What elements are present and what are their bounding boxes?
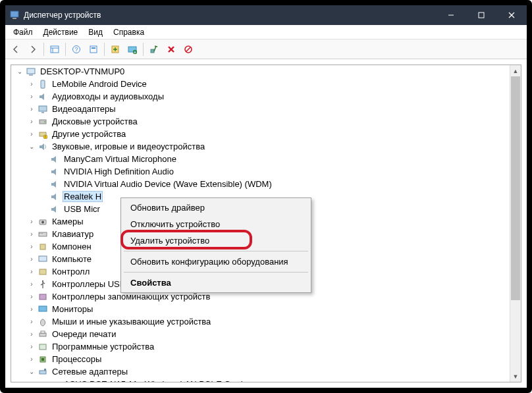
maximize-button[interactable]	[466, 5, 496, 25]
expander-closed-icon[interactable]: ›	[27, 80, 36, 89]
scan-hardware-button[interactable]	[124, 41, 140, 57]
expander-open-icon[interactable]: ⌄	[27, 142, 36, 151]
properties-button[interactable]	[86, 41, 101, 57]
forward-button[interactable]	[25, 41, 41, 57]
svg-rect-16	[151, 49, 154, 53]
menu-view[interactable]: Вид	[83, 26, 108, 38]
audio-io-icon	[38, 92, 48, 102]
menu-file[interactable]: Файл	[8, 26, 38, 38]
svg-rect-0	[11, 11, 18, 17]
ctx-properties[interactable]: Свойства	[121, 275, 311, 291]
scroll-up-button[interactable]: ▲	[510, 65, 521, 76]
tree-category[interactable]: › Мониторы	[11, 303, 521, 315]
ctx-disable-device[interactable]: Отключить устройство	[121, 216, 311, 232]
tree-root[interactable]: ⌄ DESKTOP-VTNMUP0	[11, 65, 521, 78]
tree-category[interactable]: › Аудиовходы и аудиовыходы	[11, 90, 521, 103]
expander-closed-icon[interactable]: ›	[27, 255, 36, 264]
ctx-update-driver[interactable]: Обновить драйвер	[121, 199, 311, 216]
tree-category[interactable]: › Видеоадаптеры	[11, 103, 521, 115]
expander-closed-icon[interactable]: ›	[27, 280, 36, 289]
svg-point-32	[41, 221, 44, 223]
svg-rect-48	[41, 358, 44, 361]
computer-icon	[26, 66, 36, 77]
expander-closed-icon[interactable]: ›	[27, 342, 36, 352]
tree-category[interactable]: › Мыши и иные указывающие устройства	[11, 315, 521, 328]
sound-device-icon	[49, 204, 60, 215]
tree-category[interactable]: › Процессоры	[11, 353, 521, 365]
tree-label: Камеры	[51, 217, 85, 226]
menu-action[interactable]: Действие	[38, 26, 84, 38]
tree-label: Звуковые, игровые и видеоустройства	[51, 142, 206, 151]
tree-label: Контролл	[51, 267, 91, 276]
expander-open-icon[interactable]: ⌄	[27, 367, 36, 377]
enable-device-button[interactable]	[146, 41, 162, 57]
expander-closed-icon[interactable]: ›	[27, 217, 36, 226]
scroll-thumb[interactable]	[511, 76, 520, 300]
svg-rect-35	[41, 233, 41, 234]
toolbar-separator	[43, 43, 44, 56]
sound-device-icon	[49, 154, 60, 165]
expander-closed-icon[interactable]: ›	[27, 92, 36, 101]
tree-category[interactable]: › Дисковые устройства	[11, 115, 521, 128]
tree-label: Процессоры	[51, 354, 103, 364]
tree-label: Дисковые устройства	[51, 117, 139, 126]
disable-device-button[interactable]	[180, 41, 196, 57]
svg-rect-41	[40, 294, 46, 300]
tree-label: Контроллеры USB	[51, 279, 126, 289]
disk-drive-icon	[38, 117, 48, 127]
tree-label: Видеоадаптеры	[51, 104, 117, 114]
software-device-icon	[38, 342, 48, 352]
expander-closed-icon[interactable]: ›	[27, 230, 36, 239]
camera-icon	[38, 217, 48, 227]
tree-label: ManyCam Virtual Microphone	[63, 154, 178, 164]
tree-label: Контроллеры запоминающих устройств	[51, 292, 211, 301]
expander-closed-icon[interactable]: ›	[27, 292, 36, 301]
update-driver-button[interactable]	[107, 41, 123, 57]
tree-label: Другие устройства	[51, 129, 127, 139]
tree-category-network[interactable]: ⌄ Сетевые адаптеры	[11, 365, 521, 378]
back-button[interactable]	[8, 41, 24, 57]
vertical-scrollbar[interactable]: ▲ ▼	[510, 65, 521, 382]
software-component-icon	[38, 242, 48, 252]
show-hide-tree-button[interactable]	[47, 41, 63, 57]
tree-label: USB Micr	[63, 204, 101, 214]
app-icon	[5, 11, 24, 20]
uninstall-device-button[interactable]	[163, 41, 179, 57]
expander-closed-icon[interactable]: ›	[27, 242, 36, 251]
toolbar-separator	[65, 43, 66, 56]
display-adapter-icon	[38, 104, 48, 115]
expander-closed-icon[interactable]: ›	[27, 130, 36, 139]
ide-controller-icon	[38, 267, 48, 277]
expander-closed-icon[interactable]: ›	[27, 267, 36, 276]
help-button[interactable]: ?	[68, 41, 84, 57]
svg-point-40	[42, 280, 43, 282]
expander-closed-icon[interactable]: ›	[27, 117, 36, 126]
close-button[interactable]	[496, 5, 527, 25]
tree-category-sound[interactable]: ⌄ Звуковые, игровые и видеоустройства	[11, 140, 521, 153]
tree-category[interactable]: › ! Другие устройства	[11, 128, 521, 140]
minimize-button[interactable]	[436, 5, 466, 25]
menu-help[interactable]: Справка	[108, 26, 149, 38]
expander-closed-icon[interactable]: ›	[27, 305, 36, 314]
tree-label: Программные устройства	[51, 342, 155, 352]
tree-device[interactable]: ManyCam Virtual Microphone	[11, 153, 521, 165]
tree-category[interactable]: › Очереди печати	[11, 328, 521, 340]
expander-open-icon[interactable]: ⌄	[15, 67, 24, 76]
svg-rect-6	[51, 46, 59, 53]
tree-device[interactable]: NVIDIA Virtual Audio Device (Wave Extens…	[11, 178, 521, 190]
expander-closed-icon[interactable]: ›	[27, 317, 36, 327]
expander-closed-icon[interactable]: ›	[27, 355, 36, 364]
tree-label: LeMobile Android Device	[51, 79, 148, 89]
tree-category[interactable]: › LeMobile Android Device	[11, 78, 521, 90]
storage-controller-icon	[38, 292, 48, 302]
tree-device[interactable]: ASUS PCE-N15 11n Wireless LAN PCI-E Card	[11, 378, 521, 382]
expander-closed-icon[interactable]: ›	[27, 330, 36, 339]
tree-device[interactable]: NVIDIA High Definition Audio	[11, 165, 521, 178]
svg-rect-3	[479, 13, 484, 18]
expander-closed-icon[interactable]: ›	[27, 105, 36, 114]
svg-rect-45	[41, 331, 45, 333]
tree-category[interactable]: › Программные устройства	[11, 340, 521, 353]
ctx-uninstall-device[interactable]: Удалить устройство	[121, 232, 311, 249]
scroll-down-button[interactable]: ▼	[510, 371, 521, 382]
ctx-scan-hardware[interactable]: Обновить конфигурацию оборудования	[121, 253, 311, 270]
